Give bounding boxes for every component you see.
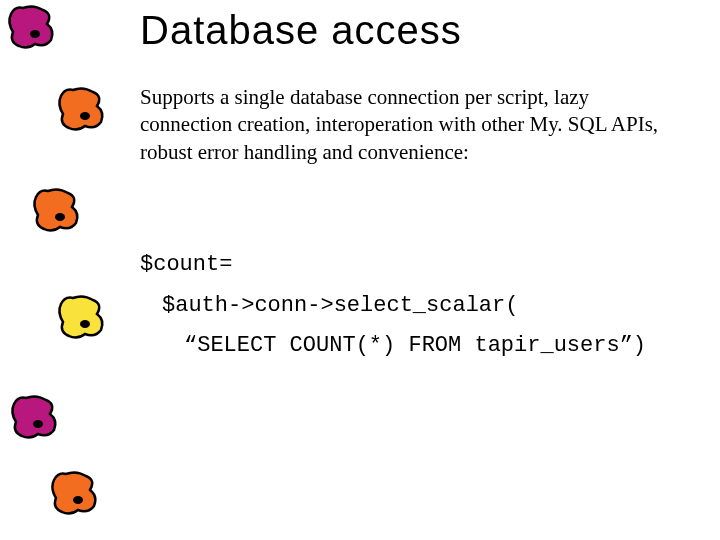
svg-point-2 [55, 213, 65, 221]
bullet-icon-2 [55, 84, 109, 134]
svg-point-1 [80, 112, 90, 120]
bullet-icon-1 [5, 2, 59, 52]
code-block: $count= $auth->conn->select_scalar( “SEL… [140, 245, 646, 367]
slide-title: Database access [140, 8, 462, 53]
svg-point-3 [80, 320, 90, 328]
svg-point-5 [73, 496, 83, 504]
bullet-icon-6 [48, 468, 102, 518]
code-line-1: $count= [140, 245, 646, 286]
bullet-icon-4 [55, 292, 109, 342]
code-line-2: $auth->conn->select_scalar( [140, 286, 646, 327]
bullet-icon-5 [8, 392, 62, 442]
svg-point-4 [33, 420, 43, 428]
code-line-3: “SELECT COUNT(*) FROM tapir_users”) [140, 326, 646, 367]
slide-body: Supports a single database connection pe… [140, 84, 680, 166]
svg-point-0 [30, 30, 40, 38]
bullet-icon-3 [30, 185, 84, 235]
